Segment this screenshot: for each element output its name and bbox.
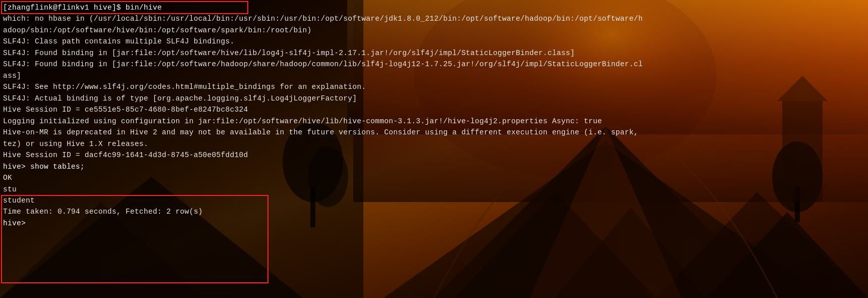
terminal-line-14: tez) or using Hive 1.X releases. [3,138,865,150]
terminal-line-3: adoop/sbin:/opt/software/hive/bin:/opt/s… [3,25,865,36]
terminal-line-19: student [3,195,865,206]
terminal-line-7: ass] [3,70,865,81]
terminal-line-10: Hive Session ID = ce5551e5-85c7-4680-8be… [3,104,865,115]
terminal-line-5: SLF4J: Found binding in [jar:file:/opt/s… [3,47,865,59]
terminal-line-9: SLF4J: Actual binding is of type [org.ap… [3,93,865,104]
terminal: [zhangflink@flinkv1 hive]$ bin/hivewhich… [0,0,868,298]
terminal-line-6: SLF4J: Found binding in [jar:file:/opt/s… [3,59,865,70]
terminal-line-12: Logging initialized using configuration … [3,116,865,127]
terminal-line-1: [zhangflink@flinkv1 hive]$ bin/hive [3,2,865,13]
terminal-line-20: Time taken: 0.794 seconds, Fetched: 2 ro… [3,206,865,217]
terminal-line-2: which: no hbase in (/usr/local/sbin:/usr… [3,13,865,24]
terminal-content: [zhangflink@flinkv1 hive]$ bin/hivewhich… [3,2,865,229]
terminal-line-15: Hive Session ID = dacf4c99-1641-4d3d-874… [3,150,865,161]
terminal-line-21: hive> [3,218,865,229]
terminal-line-8: SLF4J: See http://www.slf4j.org/codes.ht… [3,81,865,92]
terminal-line-16: hive> show tables; [3,161,865,172]
terminal-line-13: Hive-on-MR is deprecated in Hive 2 and m… [3,127,865,138]
terminal-line-17: OK [3,172,865,183]
terminal-line-4: SLF4J: Class path contains multiple SLF4… [3,36,865,47]
terminal-line-18: stu [3,184,865,195]
